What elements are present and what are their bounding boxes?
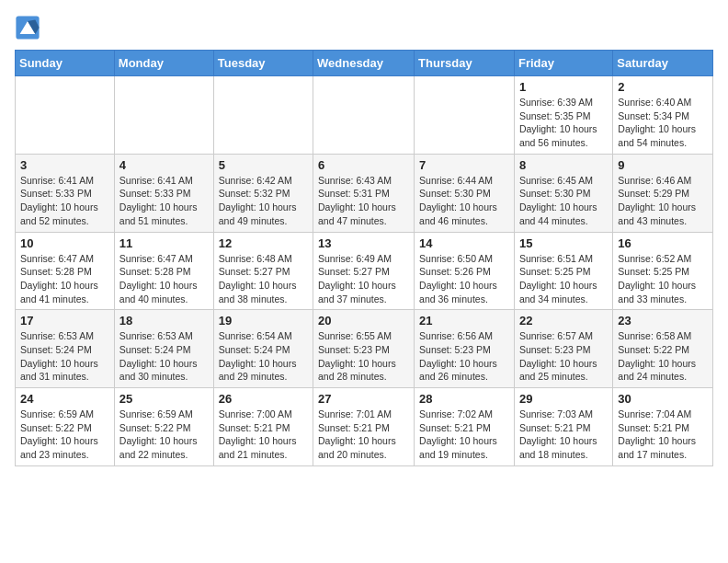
calendar-cell: 4Sunrise: 6:41 AMSunset: 5:33 PMDaylight… [114,154,213,232]
day-number: 28 [419,392,509,406]
day-info: Sunrise: 6:48 AMSunset: 5:27 PMDaylight:… [219,252,308,306]
day-info: Sunrise: 6:47 AMSunset: 5:28 PMDaylight:… [119,252,209,306]
calendar-cell: 19Sunrise: 6:54 AMSunset: 5:24 PMDayligh… [213,310,313,388]
weekday-header-friday: Friday [514,51,612,76]
calendar-cell: 14Sunrise: 6:50 AMSunset: 5:26 PMDayligh… [415,232,515,310]
day-info: Sunrise: 6:58 AMSunset: 5:22 PMDaylight:… [618,329,708,384]
calendar-cell: 25Sunrise: 6:59 AMSunset: 5:22 PMDayligh… [114,388,213,466]
calendar-cell: 22Sunrise: 6:57 AMSunset: 5:23 PMDayligh… [514,310,612,388]
day-info: Sunrise: 6:41 AMSunset: 5:33 PMDaylight:… [20,174,109,228]
calendar-cell: 13Sunrise: 6:49 AMSunset: 5:27 PMDayligh… [313,232,415,310]
day-number: 14 [419,236,509,250]
day-number: 2 [618,80,708,94]
calendar-cell: 20Sunrise: 6:55 AMSunset: 5:23 PMDayligh… [313,310,415,388]
day-number: 27 [318,392,409,406]
day-number: 30 [618,392,708,406]
calendar-cell: 9Sunrise: 6:46 AMSunset: 5:29 PMDaylight… [613,154,713,232]
day-info: Sunrise: 6:57 AMSunset: 5:23 PMDaylight:… [519,329,608,384]
calendar-cell: 30Sunrise: 7:04 AMSunset: 5:21 PMDayligh… [613,388,713,466]
calendar-cell: 29Sunrise: 7:03 AMSunset: 5:21 PMDayligh… [514,388,612,466]
day-info: Sunrise: 6:53 AMSunset: 5:24 PMDaylight:… [20,329,109,384]
day-info: Sunrise: 7:00 AMSunset: 5:21 PMDaylight:… [219,408,308,462]
calendar-cell: 10Sunrise: 6:47 AMSunset: 5:28 PMDayligh… [16,232,115,310]
calendar-cell [16,76,115,155]
day-number: 6 [318,158,409,172]
day-info: Sunrise: 6:45 AMSunset: 5:30 PMDaylight:… [519,174,608,228]
calendar-cell: 5Sunrise: 6:42 AMSunset: 5:32 PMDaylight… [213,154,313,232]
day-number: 10 [20,236,109,250]
calendar-cell: 7Sunrise: 6:44 AMSunset: 5:30 PMDaylight… [415,154,515,232]
calendar-cell: 2Sunrise: 6:40 AMSunset: 5:34 PMDaylight… [613,76,713,155]
calendar-cell: 8Sunrise: 6:45 AMSunset: 5:30 PMDaylight… [514,154,612,232]
day-info: Sunrise: 7:01 AMSunset: 5:21 PMDaylight:… [318,408,409,462]
calendar-cell: 28Sunrise: 7:02 AMSunset: 5:21 PMDayligh… [415,388,515,466]
calendar-cell: 3Sunrise: 6:41 AMSunset: 5:33 PMDaylight… [16,154,115,232]
day-number: 19 [219,314,308,327]
day-info: Sunrise: 6:56 AMSunset: 5:23 PMDaylight:… [419,329,509,384]
day-info: Sunrise: 6:44 AMSunset: 5:30 PMDaylight:… [419,174,509,228]
day-info: Sunrise: 6:55 AMSunset: 5:23 PMDaylight:… [318,329,409,384]
weekday-header-sunday: Sunday [16,51,115,76]
day-number: 11 [119,236,209,250]
day-info: Sunrise: 6:49 AMSunset: 5:27 PMDaylight:… [318,252,409,306]
day-number: 20 [318,314,409,327]
day-number: 21 [419,314,509,327]
week-row-1: 1Sunrise: 6:39 AMSunset: 5:35 PMDaylight… [16,76,713,155]
week-row-4: 17Sunrise: 6:53 AMSunset: 5:24 PMDayligh… [16,310,713,388]
day-number: 4 [119,158,209,172]
calendar-cell: 24Sunrise: 6:59 AMSunset: 5:22 PMDayligh… [16,388,115,466]
day-number: 16 [618,236,708,250]
calendar-cell: 26Sunrise: 7:00 AMSunset: 5:21 PMDayligh… [213,388,313,466]
day-info: Sunrise: 7:04 AMSunset: 5:21 PMDaylight:… [618,408,708,462]
day-info: Sunrise: 6:43 AMSunset: 5:31 PMDaylight:… [318,174,409,228]
calendar-cell: 21Sunrise: 6:56 AMSunset: 5:23 PMDayligh… [415,310,515,388]
calendar-cell: 23Sunrise: 6:58 AMSunset: 5:22 PMDayligh… [613,310,713,388]
day-info: Sunrise: 7:03 AMSunset: 5:21 PMDaylight:… [519,408,608,462]
calendar-cell [313,76,415,155]
weekday-header-monday: Monday [114,51,213,76]
weekday-header-thursday: Thursday [415,51,515,76]
logo [15,15,44,40]
day-number: 3 [20,158,109,172]
day-number: 8 [519,158,608,172]
day-info: Sunrise: 6:47 AMSunset: 5:28 PMDaylight:… [20,252,109,306]
day-info: Sunrise: 6:50 AMSunset: 5:26 PMDaylight:… [419,252,509,306]
day-info: Sunrise: 6:54 AMSunset: 5:24 PMDaylight:… [219,329,308,384]
calendar-cell: 12Sunrise: 6:48 AMSunset: 5:27 PMDayligh… [213,232,313,310]
weekday-header-wednesday: Wednesday [313,51,415,76]
calendar-cell: 15Sunrise: 6:51 AMSunset: 5:25 PMDayligh… [514,232,612,310]
calendar-cell: 6Sunrise: 6:43 AMSunset: 5:31 PMDaylight… [313,154,415,232]
logo-icon [15,15,40,40]
calendar: SundayMondayTuesdayWednesdayThursdayFrid… [15,50,713,466]
day-number: 17 [20,314,109,327]
calendar-cell: 16Sunrise: 6:52 AMSunset: 5:25 PMDayligh… [613,232,713,310]
calendar-cell: 27Sunrise: 7:01 AMSunset: 5:21 PMDayligh… [313,388,415,466]
day-info: Sunrise: 6:51 AMSunset: 5:25 PMDaylight:… [519,252,608,306]
day-info: Sunrise: 6:46 AMSunset: 5:29 PMDaylight:… [618,174,708,228]
day-number: 15 [519,236,608,250]
calendar-cell: 17Sunrise: 6:53 AMSunset: 5:24 PMDayligh… [16,310,115,388]
day-number: 24 [20,392,109,406]
day-info: Sunrise: 6:39 AMSunset: 5:35 PMDaylight:… [519,96,608,150]
day-number: 5 [219,158,308,172]
day-number: 1 [519,80,608,94]
day-info: Sunrise: 6:52 AMSunset: 5:25 PMDaylight:… [618,252,708,306]
day-number: 12 [219,236,308,250]
day-number: 9 [618,158,708,172]
day-number: 29 [519,392,608,406]
calendar-cell: 11Sunrise: 6:47 AMSunset: 5:28 PMDayligh… [114,232,213,310]
day-number: 7 [419,158,509,172]
day-info: Sunrise: 6:41 AMSunset: 5:33 PMDaylight:… [119,174,209,228]
calendar-cell [213,76,313,155]
day-info: Sunrise: 6:59 AMSunset: 5:22 PMDaylight:… [119,408,209,462]
day-number: 26 [219,392,308,406]
day-info: Sunrise: 6:59 AMSunset: 5:22 PMDaylight:… [20,408,109,462]
day-info: Sunrise: 7:02 AMSunset: 5:21 PMDaylight:… [419,408,509,462]
calendar-cell [114,76,213,155]
page-header [15,15,713,40]
day-number: 25 [119,392,209,406]
day-number: 13 [318,236,409,250]
week-row-2: 3Sunrise: 6:41 AMSunset: 5:33 PMDaylight… [16,154,713,232]
day-number: 18 [119,314,209,327]
day-info: Sunrise: 6:40 AMSunset: 5:34 PMDaylight:… [618,96,708,150]
